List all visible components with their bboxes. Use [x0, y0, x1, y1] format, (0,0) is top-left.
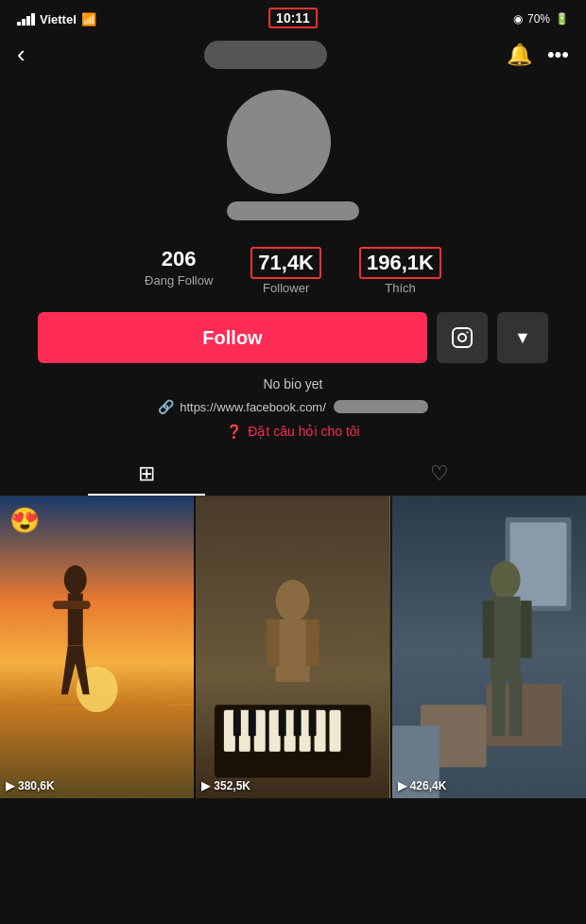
heart-icon: ♡ — [430, 462, 449, 485]
follower-stat[interactable]: 71,4K Follower — [250, 247, 321, 295]
bio-text: No bio yet — [158, 376, 428, 392]
carrier-name: Viettel — [40, 12, 77, 26]
video-thumb-3[interactable]: ▶ 426,4K — [392, 497, 586, 798]
nav-bar: ‹ 🔔 ••• — [0, 34, 586, 80]
chevron-down-icon: ▼ — [514, 328, 531, 348]
svg-point-6 — [64, 566, 87, 595]
svg-rect-22 — [279, 710, 286, 737]
svg-rect-36 — [490, 597, 520, 680]
nav-icons: 🔔 ••• — [507, 43, 569, 67]
video-overlay-3 — [392, 497, 586, 798]
svg-point-35 — [490, 561, 520, 599]
svg-rect-39 — [491, 673, 505, 736]
video-count-3: ▶ 426,4K — [398, 779, 447, 793]
thumb1-svg — [0, 497, 194, 798]
svg-rect-19 — [330, 710, 341, 752]
tabs-row: ⊞ ♡ — [0, 450, 586, 497]
status-time: 10:11 — [268, 8, 318, 28]
emoji-overlay: 😍 — [9, 506, 40, 535]
stats-row: 206 Đang Follow 71,4K Follower 196,1K Th… — [19, 247, 567, 295]
svg-rect-28 — [306, 619, 319, 667]
thumb3-svg — [392, 497, 586, 798]
signal-icon — [17, 13, 35, 26]
battery-info: ◉ 70% 🔋 — [513, 12, 569, 26]
svg-rect-24 — [309, 710, 317, 737]
instagram-icon — [451, 326, 474, 349]
ask-icon: ❓ — [226, 424, 242, 439]
dropdown-button[interactable]: ▼ — [497, 312, 548, 363]
following-label: Đang Follow — [145, 273, 213, 288]
username-nav-bar — [204, 41, 327, 69]
likes-label: Thích — [385, 281, 416, 295]
following-count: 206 — [162, 247, 197, 271]
instagram-button[interactable] — [437, 312, 488, 363]
play-icon-3: ▶ — [398, 779, 406, 793]
profile-section: 206 Đang Follow 71,4K Follower 196,1K Th… — [0, 80, 586, 450]
username-bar — [227, 201, 359, 220]
battery-percent: 70% — [527, 12, 550, 26]
svg-rect-26 — [276, 619, 310, 682]
avatar — [227, 90, 331, 194]
video-count-1: ▶ 380,6K — [6, 779, 55, 793]
action-row: Follow ▼ — [19, 312, 567, 363]
video-count-2: ▶ 352,5K — [201, 779, 250, 793]
likes-stat[interactable]: 196,1K Thích — [359, 247, 441, 295]
following-stat[interactable]: 206 Đang Follow — [145, 247, 213, 295]
video-thumb-2[interactable]: ▶ 352,5K — [196, 497, 389, 798]
link-row: 🔗 https://www.facebook.com/ — [158, 399, 428, 414]
tab-videos[interactable]: ⊞ — [0, 450, 293, 496]
video-thumb-1[interactable]: 😍 ▶ 380,6K — [0, 497, 194, 798]
carrier-info: Viettel 📶 — [17, 12, 96, 26]
gps-icon: ◉ — [513, 12, 523, 26]
video-overlay-1 — [0, 497, 194, 798]
play-icon-2: ▶ — [201, 779, 210, 793]
video-grid: 😍 ▶ 380,6K — [0, 497, 586, 798]
link-icon: 🔗 — [158, 399, 174, 414]
tab-likes[interactable]: ♡ — [293, 450, 586, 496]
svg-rect-20 — [233, 710, 241, 737]
follower-count: 71,4K — [250, 247, 321, 279]
svg-rect-31 — [509, 523, 566, 606]
svg-rect-21 — [249, 710, 256, 737]
ask-me-row[interactable]: ❓ Đặt câu hỏi cho tôi — [158, 424, 428, 439]
more-options-icon[interactable]: ••• — [547, 43, 569, 67]
play-icon-1: ▶ — [6, 779, 14, 793]
svg-rect-38 — [520, 601, 531, 658]
svg-rect-27 — [267, 619, 280, 667]
link-blur — [334, 400, 428, 413]
ask-label: Đặt câu hỏi cho tôi — [248, 424, 359, 439]
svg-rect-23 — [294, 710, 302, 737]
svg-rect-9 — [53, 601, 91, 609]
video-overlay-2 — [196, 497, 389, 798]
status-bar: Viettel 📶 10:11 ◉ 70% 🔋 — [0, 0, 586, 34]
likes-count: 196,1K — [359, 247, 441, 279]
notification-bell-icon[interactable]: 🔔 — [507, 43, 532, 67]
back-button[interactable]: ‹ — [17, 40, 26, 69]
link-text[interactable]: https://www.facebook.com/ — [180, 400, 326, 414]
svg-rect-0 — [453, 328, 472, 347]
svg-rect-40 — [508, 673, 522, 736]
svg-rect-37 — [482, 601, 493, 658]
follower-label: Follower — [263, 281, 309, 295]
svg-point-25 — [276, 580, 310, 621]
svg-point-1 — [458, 334, 466, 341]
bio-section: No bio yet 🔗 https://www.facebook.com/ ❓… — [139, 376, 447, 450]
thumb2-svg — [196, 497, 389, 798]
follow-button[interactable]: Follow — [38, 312, 427, 363]
grid-icon: ⊞ — [138, 462, 155, 485]
battery-icon: 🔋 — [555, 12, 569, 26]
svg-point-2 — [467, 332, 469, 334]
wifi-icon: 📶 — [81, 12, 96, 26]
avatar-container — [227, 90, 359, 220]
